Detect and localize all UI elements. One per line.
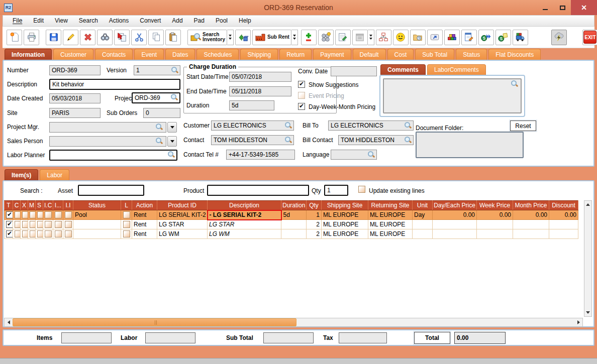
cell-status[interactable] bbox=[73, 229, 121, 239]
menu-add[interactable]: Add bbox=[166, 16, 188, 26]
logistics-button[interactable] bbox=[513, 30, 528, 45]
customer-search-icon[interactable] bbox=[285, 122, 292, 129]
table-horizontal-scrollbar[interactable] bbox=[4, 318, 583, 327]
row-check-c[interactable] bbox=[15, 221, 21, 228]
cell-month-price[interactable] bbox=[513, 220, 549, 229]
col-discount[interactable]: Discount bbox=[549, 201, 578, 210]
bill-to-search-icon[interactable] bbox=[405, 122, 412, 129]
cell-week-price[interactable]: 0.00 bbox=[477, 210, 513, 220]
col-week-price[interactable]: Week Price bbox=[477, 201, 513, 210]
row-check-c[interactable] bbox=[15, 211, 21, 218]
col-status[interactable]: Status bbox=[73, 201, 121, 210]
maximize-button[interactable] bbox=[554, 0, 571, 15]
date-created-field[interactable]: 05/03/2018 bbox=[49, 93, 101, 103]
row-check-i-dots[interactable] bbox=[55, 211, 62, 218]
row-check-x[interactable] bbox=[22, 221, 28, 228]
project-search-icon[interactable] bbox=[171, 94, 178, 101]
menu-file[interactable]: File bbox=[7, 16, 28, 26]
row-check-c[interactable] bbox=[15, 230, 21, 237]
menu-edit[interactable]: Edit bbox=[28, 16, 49, 26]
cell-qty[interactable]: 2 bbox=[307, 220, 322, 229]
start-date-field[interactable]: 05/07/2018 bbox=[229, 72, 291, 82]
cell-product-id[interactable]: LG STAR bbox=[157, 220, 208, 229]
cell-unit[interactable] bbox=[413, 229, 433, 239]
tab-information[interactable]: Information bbox=[5, 49, 52, 60]
col-t[interactable]: T bbox=[5, 201, 13, 210]
product-input[interactable] bbox=[207, 185, 309, 196]
smiley-button[interactable] bbox=[393, 30, 409, 45]
sub-rent-dropdown[interactable] bbox=[291, 30, 298, 45]
table-row[interactable]: Rent LG WM LG WM 2 ML EUROPE ML EUROPE bbox=[5, 229, 578, 239]
customer-field[interactable]: LG ELECTRONICS bbox=[211, 120, 294, 131]
menu-search[interactable]: Search bbox=[73, 16, 104, 26]
col-ii[interactable]: I.I bbox=[63, 201, 73, 210]
col-description[interactable]: Description bbox=[208, 201, 281, 210]
tab-sub-total[interactable]: Sub Total bbox=[415, 49, 454, 60]
cell-unit[interactable] bbox=[413, 220, 433, 229]
pool-button[interactable] bbox=[318, 30, 334, 45]
cell-week-price[interactable] bbox=[477, 220, 513, 229]
col-shipping-site[interactable]: Shipping Site bbox=[322, 201, 368, 210]
tab-cost[interactable]: Cost bbox=[387, 49, 414, 60]
menu-convert[interactable]: Convert bbox=[134, 16, 166, 26]
cell-duration[interactable] bbox=[281, 220, 307, 229]
notes-button[interactable] bbox=[335, 30, 351, 45]
cell-returning-site[interactable]: ML EUROPE bbox=[368, 220, 413, 229]
col-product-id[interactable]: Product ID bbox=[157, 201, 208, 210]
history-folder-button[interactable] bbox=[410, 30, 426, 45]
cell-day-each-price[interactable]: 0.00 bbox=[433, 210, 477, 220]
labor-planner-field[interactable] bbox=[49, 150, 177, 161]
bill-to-field[interactable]: LG ELECTRONICS bbox=[328, 120, 414, 131]
save-button[interactable] bbox=[46, 30, 61, 45]
col-qty[interactable]: Qty bbox=[307, 201, 322, 210]
row-check-i-dots[interactable] bbox=[55, 221, 62, 228]
row-check-ic[interactable] bbox=[45, 221, 52, 228]
table-row[interactable]: Pool Rent LG SERIAL KIT-2 - LG SERIAL KI… bbox=[5, 210, 578, 220]
cell-qty[interactable]: 1 bbox=[307, 210, 322, 220]
row-check-ii[interactable] bbox=[65, 221, 72, 228]
cell-product-id[interactable]: LG SERIAL KIT-2 bbox=[157, 210, 208, 220]
row-check-s[interactable] bbox=[37, 211, 43, 218]
col-action[interactable]: Action bbox=[132, 201, 157, 210]
tab-comments[interactable]: Comments bbox=[380, 64, 426, 75]
bill-contact-search-icon[interactable] bbox=[405, 137, 412, 144]
table-row[interactable]: Rent LG STAR LG STAR 2 ML EUROPE ML EURO… bbox=[5, 220, 578, 229]
col-l[interactable]: L bbox=[121, 201, 132, 210]
menu-help[interactable]: Help bbox=[233, 16, 257, 26]
shortcut-key-button[interactable] bbox=[427, 30, 443, 45]
quick-action-button[interactable] bbox=[551, 30, 567, 45]
tab-schedules[interactable]: Schedules bbox=[196, 49, 239, 60]
tab-customer[interactable]: Customer bbox=[53, 49, 93, 60]
scroll-left-icon[interactable] bbox=[5, 318, 13, 326]
scroll-right-icon[interactable] bbox=[574, 318, 582, 326]
tab-labor-comments[interactable]: LaborComments bbox=[427, 64, 486, 75]
row-check-s[interactable] bbox=[37, 230, 43, 237]
cell-returning-site[interactable]: ML EUROPE bbox=[368, 210, 413, 220]
bill-contact-field[interactable]: TOM HIDDLESTON bbox=[338, 135, 414, 145]
cell-discount[interactable]: 0.00 bbox=[549, 210, 578, 220]
new-button[interactable] bbox=[7, 30, 22, 45]
day-week-month-checkbox[interactable] bbox=[298, 103, 305, 110]
cell-description[interactable]: LG STAR bbox=[208, 220, 281, 229]
row-check-ic[interactable] bbox=[45, 211, 52, 218]
comments-search-icon[interactable] bbox=[511, 80, 518, 87]
tab-default[interactable]: Default bbox=[353, 49, 386, 60]
calendar-dropdown[interactable] bbox=[368, 30, 374, 45]
cell-returning-site[interactable]: ML EUROPE bbox=[368, 229, 413, 239]
cell-discount[interactable] bbox=[549, 229, 578, 239]
language-search-icon[interactable] bbox=[368, 151, 375, 158]
row-check-i-dots[interactable] bbox=[55, 230, 62, 237]
menu-view[interactable]: View bbox=[49, 16, 73, 26]
contact-field[interactable]: TOM HIDDLESTON bbox=[211, 135, 294, 145]
row-check-t[interactable] bbox=[6, 221, 13, 228]
row-check-s[interactable] bbox=[37, 221, 43, 228]
cell-description[interactable]: LG WM bbox=[208, 229, 281, 239]
col-returning-site[interactable]: Returning Site bbox=[368, 201, 413, 210]
tab-flat-discounts[interactable]: Flat Discounts bbox=[488, 49, 541, 60]
reset-button[interactable]: Reset bbox=[510, 120, 536, 131]
row-check-m[interactable] bbox=[30, 211, 36, 218]
labor-planner-search-icon[interactable] bbox=[168, 151, 175, 158]
number-field[interactable]: ORD-369 bbox=[49, 65, 101, 75]
row-check-x[interactable] bbox=[22, 230, 28, 237]
cell-action[interactable]: Rent bbox=[132, 229, 157, 239]
